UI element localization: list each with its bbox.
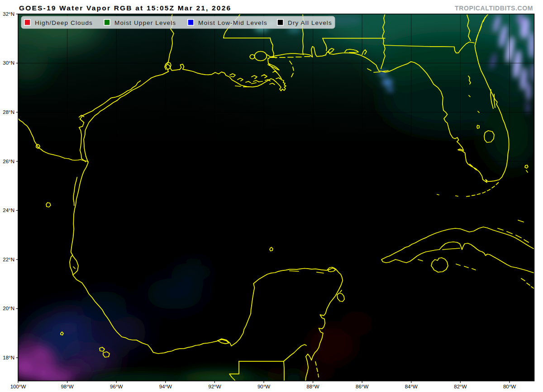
svg-text:92°W: 92°W <box>208 384 221 389</box>
svg-text:Moist Low-Mid Levels: Moist Low-Mid Levels <box>198 19 267 26</box>
svg-text:94°W: 94°W <box>159 384 172 389</box>
svg-text:80°W: 80°W <box>503 384 516 389</box>
svg-text:82°W: 82°W <box>454 384 467 389</box>
svg-text:96°W: 96°W <box>110 384 123 389</box>
svg-text:30°N: 30°N <box>3 60 14 66</box>
svg-text:90°W: 90°W <box>257 384 270 389</box>
svg-text:86°W: 86°W <box>356 384 368 389</box>
svg-text:88°W: 88°W <box>306 384 319 389</box>
svg-text:18°N: 18°N <box>3 355 14 360</box>
svg-text:GOES-19 Water Vapor RGB at 15:: GOES-19 Water Vapor RGB at 15:05Z Mar 21… <box>19 4 231 12</box>
svg-text:32°N: 32°N <box>3 11 14 17</box>
svg-text:Dry All Levels: Dry All Levels <box>288 19 332 26</box>
svg-text:Moist Upper Levels: Moist Upper Levels <box>114 19 176 26</box>
svg-text:84°W: 84°W <box>405 384 418 389</box>
svg-text:24°N: 24°N <box>3 208 14 213</box>
svg-text:TROPICALTIDBITS.COM: TROPICALTIDBITS.COM <box>455 5 533 12</box>
svg-text:100°W: 100°W <box>10 384 26 389</box>
svg-text:26°N: 26°N <box>3 159 14 164</box>
svg-text:98°W: 98°W <box>61 384 73 389</box>
svg-text:22°N: 22°N <box>3 257 14 262</box>
svg-text:20°N: 20°N <box>3 306 14 311</box>
svg-text:28°N: 28°N <box>3 109 14 115</box>
svg-text:High/Deep Clouds: High/Deep Clouds <box>35 19 93 26</box>
